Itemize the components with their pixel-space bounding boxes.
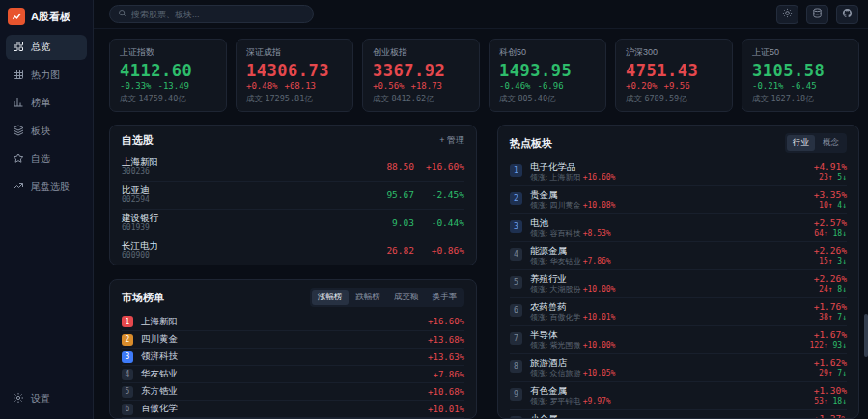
index-value: 3105.58: [752, 61, 849, 80]
stock-name: 建设银行: [122, 212, 358, 223]
scrollbar-thumb[interactable]: [864, 314, 868, 357]
rank-badge: 8: [510, 360, 522, 373]
rank-badge: 1: [510, 164, 522, 177]
sidebar-item-late-session-picks[interactable]: 尾盘选股: [6, 175, 87, 200]
index-volume: 成交 1627.18亿: [752, 94, 849, 105]
sidebar-item-settings[interactable]: 设置: [6, 386, 87, 411]
rank-badge: 6: [122, 404, 133, 415]
heatmap-icon: [13, 69, 24, 82]
index-volume: 成交 8412.62亿: [373, 94, 469, 105]
sector-row[interactable]: 5 养殖行业 领涨: 大湖股份 +10.00% +2.26% 24↑ 8↓: [510, 269, 847, 297]
stock-name: 领湃科技: [141, 350, 420, 363]
rank-badge: 7: [510, 332, 522, 345]
search-box[interactable]: [109, 5, 314, 23]
sector-updown-counts: 38↑ 7↓: [814, 313, 847, 322]
sector-row[interactable]: 3 电池 领涨: 容百科技 +8.53% +2.57% 64↑ 18↓: [510, 213, 847, 241]
sector-row[interactable]: 8 旅游酒店 领涨: 众信旅游 +10.05% +1.62% 29↑ 7↓: [510, 353, 847, 381]
ranking-row[interactable]: 2四川黄金+13.68%: [122, 330, 464, 348]
rank-badge: 6: [510, 304, 522, 317]
sector-row[interactable]: 7 半导体 领涨: 紫光国微 +10.00% +1.67% 122↑ 93↓: [510, 325, 847, 353]
sidebar-item-watchlist[interactable]: 自选: [6, 147, 87, 172]
sector-row[interactable]: 6 农药兽药 领涨: 百傲化学 +10.01% +1.76% 38↑ 7↓: [510, 297, 847, 325]
tab-losers[interactable]: 跌幅榜: [350, 290, 387, 305]
rank-badge: 2: [122, 334, 133, 346]
tab-industry[interactable]: 行业: [787, 135, 815, 151]
sector-row[interactable]: 9 有色金属 领涨: 罗平锌电 +9.97% +1.30% 53↑ 18↓: [510, 381, 847, 409]
ranking-row[interactable]: 3领湃科技+13.63%: [122, 348, 464, 365]
sidebar-item-rankings[interactable]: 榜单: [6, 91, 87, 116]
manage-watchlist-button[interactable]: + 管理: [439, 134, 464, 147]
sector-row[interactable]: 4 能源金属 领涨: 华友钴业 +7.86% +2.26% 15↑ 3↓: [510, 241, 847, 269]
sector-change-pct: +1.67%: [809, 329, 847, 341]
sector-updown-counts: 64↑ 18↓: [814, 229, 847, 238]
index-volume: 成交 6789.59亿: [626, 94, 722, 105]
sector-leader: 领涨: 上海新阳 +16.60%: [530, 173, 806, 182]
sector-name: 半导体: [530, 329, 801, 341]
app-window: A股看板 总览 热力图 榜单 板块 自选: [0, 0, 868, 419]
sector-name: 贵金属: [530, 189, 806, 201]
stock-change-pct: +10.01%: [428, 405, 464, 414]
sector-updown-counts: 23↑ 5↓: [814, 173, 847, 182]
brand: A股看板: [6, 6, 87, 35]
sidebar-item-label: 设置: [31, 392, 50, 405]
tab-turnover[interactable]: 成交额: [388, 290, 425, 305]
ranking-row[interactable]: 6百傲化学+10.01%: [122, 400, 464, 417]
ranking-row[interactable]: 4华友钴业+7.86%: [122, 365, 464, 382]
index-volume: 成交 805.40亿: [499, 94, 596, 105]
stock-change-pct: -0.44%: [414, 217, 464, 228]
index-change: -0.21%-6.45: [752, 81, 849, 91]
index-volume: 成交 14759.40亿: [120, 94, 216, 105]
stock-name: 百傲化学: [141, 403, 420, 415]
search-icon: [118, 9, 126, 19]
sector-updown-counts: 15↑ 3↓: [814, 257, 847, 266]
sidebar-item-sectors[interactable]: 板块: [6, 119, 87, 144]
sector-leader: 领涨: 四川黄金 +10.08%: [530, 201, 806, 210]
stock-change-pct: +7.86%: [433, 370, 464, 379]
sidebar-item-heatmap[interactable]: 热力图: [6, 63, 87, 88]
sidebar-item-overview[interactable]: 总览: [6, 35, 87, 60]
sector-change-pct: +1.62%: [814, 357, 847, 369]
stock-change-pct: +0.86%: [414, 245, 464, 256]
sector-row[interactable]: 10 小金属 领涨: 厦门钨业 +10.00% +1.27% 31↑ 9↓: [510, 409, 847, 419]
sector-leader: 领涨: 容百科技 +8.53%: [530, 229, 806, 238]
content: 上证指数 4112.60 -0.33%-13.49 成交 14759.40亿 深…: [94, 29, 868, 419]
watchlist-row[interactable]: 比亚迪002594 95.67 -2.45%: [122, 181, 464, 209]
sector-updown-counts: 10↑ 4↓: [814, 201, 847, 210]
theme-toggle-button[interactable]: [776, 5, 798, 24]
search-input[interactable]: [131, 10, 305, 19]
watchlist-row[interactable]: 建设银行601939 9.03 -0.44%: [122, 209, 464, 237]
sector-change-pct: +4.91%: [814, 161, 847, 173]
tab-gainers[interactable]: 涨幅榜: [312, 290, 349, 305]
rank-badge: 4: [122, 369, 133, 380]
tab-concept[interactable]: 概念: [817, 135, 845, 151]
sidebar: A股看板 总览 热力图 榜单 板块 自选: [0, 0, 94, 419]
ranking-row[interactable]: 5东方锆业+10.68%: [122, 382, 464, 400]
sector-updown-counts: 29↑ 7↓: [814, 369, 847, 378]
sector-change-pct: +1.30%: [814, 385, 847, 397]
app-logo-icon: [8, 8, 25, 25]
sector-updown-counts: 122↑ 93↓: [809, 341, 847, 350]
watchlist-row[interactable]: 长江电力600900 26.82 +0.86%: [122, 237, 464, 265]
github-button[interactable]: [836, 5, 858, 24]
sector-name: 电子化学品: [530, 161, 806, 173]
data-source-button[interactable]: [806, 5, 828, 24]
sidebar-item-label: 板块: [31, 125, 50, 138]
tab-turnover-rate[interactable]: 换手率: [427, 290, 463, 305]
sun-icon: [782, 8, 793, 20]
watchlist-row[interactable]: 上海新阳300236 88.50 +16.60%: [122, 154, 464, 181]
stock-name: 比亚迪: [122, 184, 358, 195]
rank-badge: 9: [510, 388, 522, 401]
stock-price: 26.82: [358, 245, 414, 256]
sector-row[interactable]: 1 电子化学品 领涨: 上海新阳 +16.60% +4.91% 23↑ 5↓: [510, 158, 847, 185]
index-card-row: 上证指数 4112.60 -0.33%-13.49 成交 14759.40亿 深…: [109, 39, 859, 112]
sector-change-pct: +1.76%: [814, 301, 847, 313]
sidebar-item-label: 自选: [31, 153, 50, 166]
ranking-row[interactable]: 1上海新阳+16.60%: [122, 313, 464, 330]
rank-badge: 5: [122, 386, 133, 398]
rank-badge: 5: [510, 276, 522, 289]
sector-name: 有色金属: [530, 385, 806, 397]
sector-name: 小金属: [530, 413, 806, 419]
sector-row[interactable]: 2 贵金属 领涨: 四川黄金 +10.08% +3.35% 10↑ 4↓: [510, 185, 847, 213]
index-card-chinext: 创业板指 3367.92 +0.56%+18.73 成交 8412.62亿: [362, 39, 480, 112]
hot-sectors-panel: 热点板块 行业 概念 1 电子化学品 领涨: 上海新阳 +16.60%: [497, 125, 859, 419]
